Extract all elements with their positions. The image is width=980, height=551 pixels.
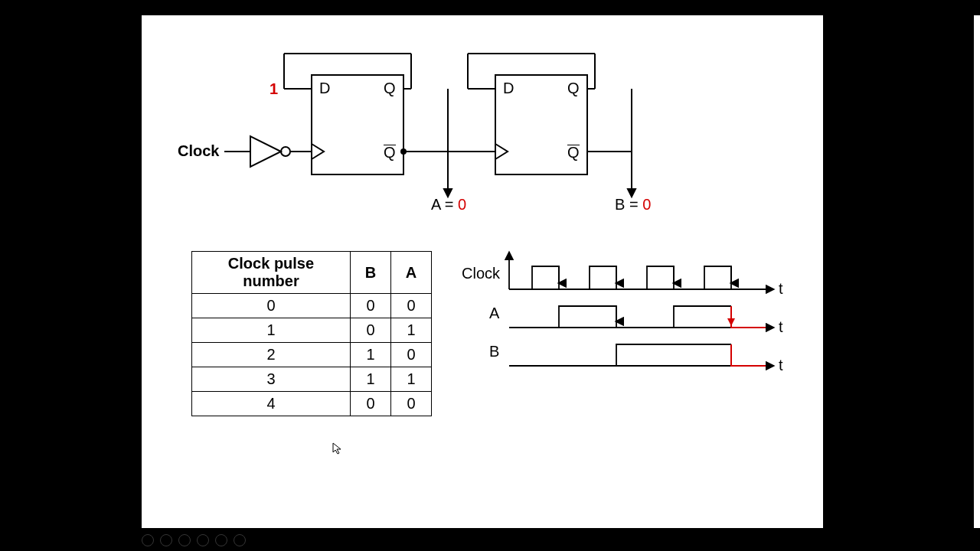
output-b: B = 0 xyxy=(615,196,651,214)
ff2-q: Q xyxy=(567,80,580,97)
output-a: A = 0 xyxy=(431,196,466,214)
zoom-button[interactable] xyxy=(215,534,227,546)
table-header-row: Clock pulse number B A xyxy=(192,252,432,294)
see-all-slides-button[interactable] xyxy=(197,534,209,546)
th-a: A xyxy=(391,252,432,294)
stage: Clock 1 D Q Q D Q Q A = 0 B = 0 Clock pu… xyxy=(0,0,980,551)
next-slide-button[interactable] xyxy=(160,534,172,546)
side-bar xyxy=(974,15,980,528)
table-row: 400 xyxy=(192,392,432,416)
timing-diagram xyxy=(459,245,796,383)
t-axis-1: t xyxy=(779,280,783,298)
circuit-diagram xyxy=(142,15,823,214)
t-axis-3: t xyxy=(779,357,783,374)
timing-clock-label: Clock xyxy=(462,265,500,282)
table-row: 101 xyxy=(192,318,432,343)
clock-label: Clock xyxy=(178,142,219,160)
d-input-value: 1 xyxy=(270,80,278,98)
slide: Clock 1 D Q Q D Q Q A = 0 B = 0 Clock pu… xyxy=(142,15,823,528)
ff2-d: D xyxy=(503,80,514,97)
table-row: 000 xyxy=(192,294,432,318)
ff1-qbar: Q xyxy=(384,144,396,161)
prev-slide-button[interactable] xyxy=(142,534,154,546)
truth-table: Clock pulse number B A 000 101 210 311 4… xyxy=(191,251,432,416)
presenter-toolbar xyxy=(142,534,246,548)
table-row: 210 xyxy=(192,343,432,367)
t-axis-2: t xyxy=(779,318,783,336)
timing-b-label: B xyxy=(489,343,499,360)
th-b: B xyxy=(351,252,391,294)
ff1-q: Q xyxy=(384,80,396,97)
svg-point-10 xyxy=(401,149,406,154)
ff2-qbar: Q xyxy=(567,144,580,161)
timing-a-label: A xyxy=(489,305,499,322)
cursor-icon xyxy=(332,442,345,455)
table-row: 311 xyxy=(192,367,432,392)
th-pulse: Clock pulse number xyxy=(192,252,351,294)
ff1-d: D xyxy=(319,80,330,97)
more-options-button[interactable] xyxy=(234,534,246,546)
pen-button[interactable] xyxy=(178,534,191,546)
